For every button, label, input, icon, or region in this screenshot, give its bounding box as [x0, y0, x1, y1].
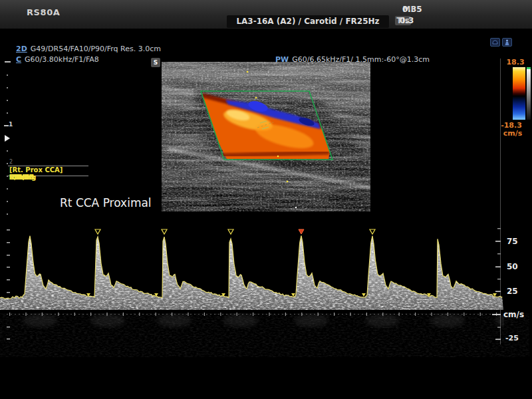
b-mode-image [162, 62, 370, 211]
orientation-marker: S [151, 58, 160, 67]
gray-scale-bar [527, 67, 531, 120]
color-scale-max: 18.3 [500, 58, 531, 66]
clipboard-icon[interactable] [490, 38, 500, 47]
velocity-tick-75: 75 [507, 237, 518, 246]
ruler-tick [7, 112, 8, 114]
ti-value: 0.3 [400, 16, 414, 25]
gray-scale-marker [527, 67, 531, 69]
color-scale-bar [513, 67, 525, 120]
focus-marker-icon [5, 135, 10, 142]
color-scale-unit: cm/s [497, 129, 528, 138]
ruler-tick [4, 125, 9, 126]
body-marker-icon[interactable] [502, 38, 512, 47]
ruler-tick [7, 188, 8, 190]
mi-value: 0.35 [402, 5, 422, 14]
top-bar: RS80A LA3-16A (A2) / Carotid / FR25Hz MI… [0, 0, 532, 30]
measurement-panel: [Rt. Prox CCA] PSV78.76cm/sEDV17.55cm/sP… [8, 166, 88, 176]
ruler-tick [7, 150, 8, 152]
ruler-tick [7, 213, 8, 215]
ruler-tick [7, 163, 8, 164]
ruler-tick [7, 100, 8, 101]
spectral-doppler-trace [0, 219, 532, 359]
depth-ruler-label-2: 2 [9, 159, 13, 165]
ruler-tick [5, 61, 11, 63]
depth-ruler-label-1: 1 [9, 121, 13, 128]
probe-preset-title: LA3-16A (A2) / Carotid / FR25Hz [227, 15, 389, 28]
ruler-tick [7, 201, 8, 202]
ruler-tick [7, 74, 8, 76]
color-mode-params: CG60/3.80kHz/F1/FA8 [7, 47, 99, 72]
velocity-unit: cm/s [503, 310, 524, 319]
ruler-tick [7, 87, 8, 88]
measurement-title: [Rt. Prox CCA] [9, 167, 88, 174]
velocity-tick-neg25: -25 [505, 334, 519, 342]
ultrasound-screen: RS80A LA3-16A (A2) / Carotid / FR25Hz MI… [0, 0, 532, 399]
system-model: RS80A [27, 7, 61, 17]
velocity-tick-50: 50 [507, 262, 518, 271]
annotation-text: Rt CCA Proximal [60, 196, 152, 209]
velocity-tick-25: 25 [507, 287, 518, 296]
color-mode-param-text: G60/3.80kHz/F1/FA8 [25, 55, 99, 64]
